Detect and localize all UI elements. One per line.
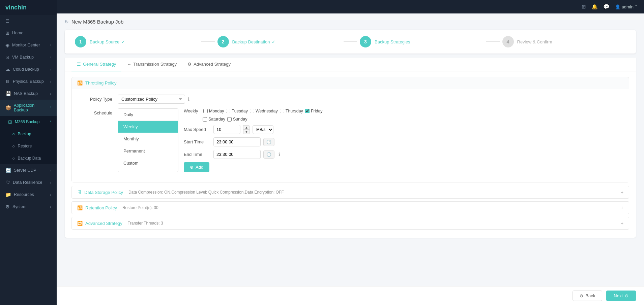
retention-policy-header[interactable]: 🔁 Retention Policy Restore Point(s): 30 … bbox=[72, 202, 629, 214]
content-area: ↻ New M365 Backup Job 1 Backup Source ✓ bbox=[57, 13, 644, 286]
sidebar-item-nas-backup[interactable]: 💾 NAS Backup › bbox=[0, 88, 57, 100]
sidebar-item-backup-data-leaf[interactable]: ○ Backup Data bbox=[0, 152, 57, 164]
advanced-strategy-meta: Transfer Threads: 3 bbox=[128, 221, 163, 226]
wizard-step-1: 1 Backup Source ✓ bbox=[75, 36, 199, 47]
sidebar-item-physical-backup[interactable]: 🖥 Physical Backup › bbox=[0, 75, 57, 88]
next-button[interactable]: Next ⊙ bbox=[606, 291, 636, 301]
tab-advanced-strategy[interactable]: ⚙ Advanced Strategy bbox=[182, 58, 236, 71]
sidebar-item-m365-backup[interactable]: ⊞ M365 Backup ˅ bbox=[0, 116, 57, 128]
schedule-monthly[interactable]: Monthly bbox=[118, 133, 178, 145]
data-storage-policy-header[interactable]: 🗄 Data Storage Policy Data Compression: … bbox=[72, 186, 629, 198]
throttling-policy-header[interactable]: 🔁 Throttling Policy bbox=[72, 77, 629, 89]
end-time-input[interactable] bbox=[213, 150, 261, 159]
friday-checkbox[interactable] bbox=[305, 109, 310, 113]
chevron-right-icon: › bbox=[50, 80, 51, 83]
end-time-info-icon[interactable]: ℹ bbox=[279, 152, 280, 157]
checkbox-sunday: Sunday bbox=[227, 117, 247, 122]
policy-type-select[interactable]: Customized Policy No Limit Always Limit bbox=[118, 95, 185, 104]
start-time-input[interactable] bbox=[213, 137, 261, 146]
advanced-strategy-icon: ⚙ bbox=[187, 62, 192, 67]
tab-general-strategy[interactable]: ☰ General Strategy bbox=[71, 58, 121, 71]
sidebar-item-system[interactable]: ⚙ System › bbox=[0, 201, 57, 213]
main-area: ⊞ 🔔 💬 👤 admin ˅ ↻ New M365 Backup Job 1 bbox=[57, 0, 644, 305]
chevron-down-icon: ˅ bbox=[50, 106, 51, 110]
schedule-weekly[interactable]: Weekly bbox=[118, 121, 178, 133]
grid-icon[interactable]: ⊞ bbox=[582, 4, 586, 10]
checkmark-icon: ✓ bbox=[121, 39, 125, 44]
speed-increment-button[interactable]: ▲ bbox=[243, 125, 250, 130]
data-storage-policy-title: Data Storage Policy bbox=[84, 190, 123, 195]
sidebar-item-restore-leaf[interactable]: ○ Restore bbox=[0, 140, 57, 152]
chevron-right-icon: › bbox=[50, 205, 51, 209]
throttling-policy-section: 🔁 Throttling Policy Policy Type Customiz… bbox=[71, 77, 629, 182]
application-backup-submenu: ⊞ M365 Backup ˅ ○ Backup ○ Restore ○ Bac… bbox=[0, 116, 57, 164]
chevron-right-icon: › bbox=[50, 43, 51, 47]
policy-type-row: Policy Type Customized Policy No Limit A… bbox=[79, 95, 622, 104]
sidebar-toggle[interactable]: ☰ bbox=[0, 15, 57, 27]
speed-spinners: ▲ ▼ bbox=[243, 125, 250, 134]
sidebar-item-resources[interactable]: 📁 Resources › bbox=[0, 189, 57, 201]
start-time-picker-button[interactable]: 🕐 bbox=[263, 138, 274, 146]
schedule-daily[interactable]: Daily bbox=[118, 109, 178, 121]
add-schedule-button[interactable]: ⊕ Add bbox=[184, 162, 209, 172]
chat-icon[interactable]: 💬 bbox=[603, 4, 610, 10]
sidebar-item-data-resilience[interactable]: 🛡 Data Resilience › bbox=[0, 176, 57, 189]
advanced-expand-icon[interactable]: + bbox=[621, 221, 623, 226]
tab-transmission-strategy[interactable]: ↔ Transmission Strategy bbox=[121, 58, 182, 71]
transmission-strategy-icon: ↔ bbox=[127, 62, 131, 67]
general-strategy-icon: ☰ bbox=[77, 62, 81, 67]
max-speed-input[interactable] bbox=[213, 125, 240, 134]
info-icon[interactable]: ℹ bbox=[188, 97, 189, 102]
chevron-right-icon: › bbox=[50, 193, 51, 197]
sunday-checkbox[interactable] bbox=[227, 117, 232, 122]
saturday-checkbox[interactable] bbox=[203, 117, 207, 122]
tuesday-checkbox[interactable] bbox=[226, 109, 230, 113]
refresh-icon: ↻ bbox=[65, 19, 69, 25]
monitor-icon: ◉ bbox=[5, 42, 9, 48]
end-time-picker-button[interactable]: 🕐 bbox=[263, 150, 274, 159]
step-circle-1: 1 bbox=[75, 36, 86, 47]
retention-expand-icon[interactable]: + bbox=[621, 205, 623, 210]
back-button[interactable]: ⊙ Back bbox=[573, 291, 602, 301]
sidebar-item-home[interactable]: ⊞ Home bbox=[0, 27, 57, 39]
sidebar: vinchin ☰ ⊞ Home ◉ Monitor Center › ⊡ VM… bbox=[0, 0, 57, 305]
throttling-policy-title: 🔁 Throttling Policy bbox=[77, 80, 116, 86]
sidebar-item-application-backup[interactable]: 📦 Application Backup ˅ bbox=[0, 100, 57, 116]
data-storage-expand-icon[interactable]: + bbox=[621, 190, 623, 195]
speed-unit-select[interactable]: MB/s KB/s GB/s bbox=[253, 125, 273, 134]
sidebar-item-server-cdp[interactable]: 🔄 Server CDP › bbox=[0, 164, 57, 176]
sidebar-item-vm-backup[interactable]: ⊡ VM Backup › bbox=[0, 51, 57, 63]
advanced-strategy-header[interactable]: 🔁 Advanced Strategy Transfer Threads: 3 … bbox=[72, 217, 629, 229]
user-menu[interactable]: 👤 admin ˅ bbox=[615, 4, 637, 9]
step-label-3: Backup Strategies bbox=[375, 39, 410, 44]
step-divider-3 bbox=[486, 41, 500, 42]
wizard-step-3: 3 Backup Strategies bbox=[360, 36, 484, 47]
server-cdp-icon: 🔄 bbox=[5, 168, 11, 173]
checkbox-wednesday: Wednesday bbox=[250, 109, 278, 113]
monday-checkbox[interactable] bbox=[203, 109, 208, 113]
policy-type-label: Policy Type bbox=[79, 95, 112, 102]
schedule-wrapper: Daily Weekly Monthly bbox=[118, 108, 622, 172]
policy-type-control: Customized Policy No Limit Always Limit … bbox=[118, 95, 622, 104]
retention-policy-title: Retention Policy bbox=[85, 205, 117, 210]
sidebar-item-backup-leaf[interactable]: ○ Backup bbox=[0, 128, 57, 140]
schedule-permanent[interactable]: Permanent bbox=[118, 145, 178, 157]
app-backup-icon: 📦 bbox=[5, 105, 11, 110]
throttling-policy-body: Policy Type Customized Policy No Limit A… bbox=[72, 89, 629, 182]
page-header: ↻ New M365 Backup Job bbox=[65, 19, 636, 25]
sidebar-item-monitor-center[interactable]: ◉ Monitor Center › bbox=[0, 39, 57, 51]
checkmark-icon: ✓ bbox=[272, 39, 275, 44]
strategy-tabs-container: ☰ General Strategy ↔ Transmission Strate… bbox=[65, 58, 636, 238]
step-divider-2 bbox=[344, 41, 357, 42]
next-icon: ⊙ bbox=[625, 293, 628, 298]
bell-icon[interactable]: 🔔 bbox=[591, 4, 598, 10]
start-time-row: Start Time 🕐 bbox=[184, 137, 622, 146]
speed-decrement-button[interactable]: ▼ bbox=[243, 130, 250, 134]
thursday-checkbox[interactable] bbox=[280, 109, 284, 113]
sidebar-item-cloud-backup[interactable]: ☁ Cloud Backup › bbox=[0, 63, 57, 75]
wednesday-checkbox[interactable] bbox=[250, 109, 254, 113]
step-label-2: Backup Destination ✓ bbox=[232, 39, 276, 44]
schedule-custom[interactable]: Custom bbox=[118, 157, 178, 169]
wizard-steps: 1 Backup Source ✓ 2 Backup Destination ✓ bbox=[65, 30, 636, 54]
chevron-right-icon: › bbox=[50, 68, 51, 71]
